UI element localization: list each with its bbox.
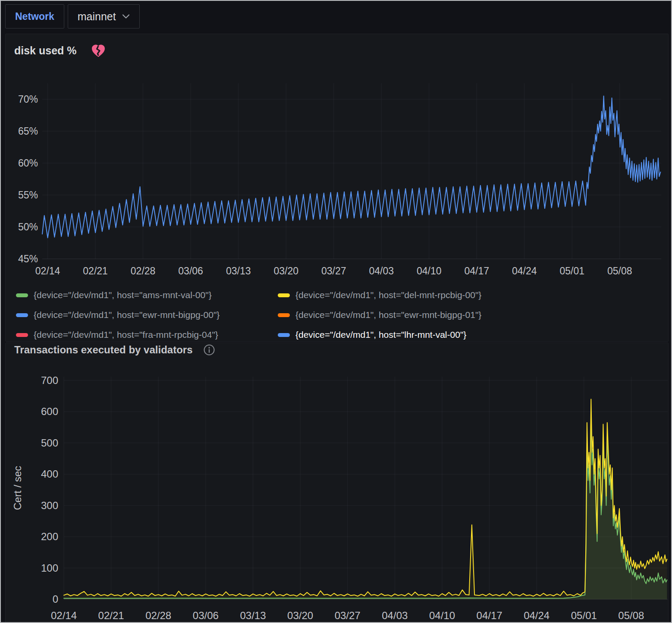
x-tick-label: 04/24 (512, 265, 537, 277)
disk-panel-header: disk used % (14, 44, 106, 58)
x-tick-label: 03/20 (273, 265, 298, 277)
y-axis-label: Cert / sec (12, 466, 23, 510)
tx-panel-header: Transactions executed by validators (14, 344, 215, 356)
y-tick-label: 0 (53, 593, 58, 605)
y-tick-label: 400 (41, 468, 58, 480)
x-tick-label: 05/08 (618, 610, 644, 621)
series-fill-yellow (64, 399, 667, 599)
legend-item[interactable]: {device="/dev/md1", host="del-mnt-rpcbig… (278, 290, 664, 300)
legend-swatch (278, 293, 290, 297)
legend-item[interactable]: {device="/dev/md1", host="ewr-mnt-bigpg-… (278, 310, 664, 320)
x-tick-label: 05/08 (607, 265, 632, 277)
transactions-chart[interactable]: 02/1402/2102/2803/0603/1303/2003/2704/03… (6, 343, 669, 623)
y-tick-label: 700 (41, 374, 58, 386)
x-tick-label: 02/14 (51, 610, 77, 621)
y-tick-label: 50% (18, 221, 38, 233)
dashboard-variables-toolbar: Network mainnet (5, 4, 140, 28)
panel-disk-used: disk used % 02/1402/2102/2803/0603/1303/… (5, 34, 669, 342)
y-tick-label: 65% (18, 126, 38, 137)
x-tick-label: 03/13 (240, 610, 266, 621)
x-tick-label: 03/27 (321, 265, 346, 277)
y-tick-label: 200 (41, 531, 58, 542)
y-tick-label: 100 (41, 562, 58, 574)
x-tick-label: 04/03 (369, 265, 394, 277)
legend-item[interactable]: {device="/dev/md1", host="fra-mnt-rpcbig… (16, 330, 278, 340)
y-tick-label: 55% (18, 189, 38, 201)
series-line-yellow (64, 399, 667, 596)
legend-label: {device="/dev/md1", host="ewr-mnt-bigpg-… (34, 310, 220, 320)
x-tick-label: 02/21 (98, 610, 124, 621)
x-tick-label: 03/13 (226, 265, 251, 277)
disk-panel-title[interactable]: disk used % (14, 44, 77, 57)
panel-transactions: Transactions executed by validators 02/1… (5, 343, 669, 623)
x-tick-label: 05/01 (559, 265, 584, 277)
x-tick-label: 03/27 (335, 610, 361, 621)
legend-label: {device="/dev/md1", host="fra-mnt-rpcbig… (34, 330, 218, 340)
x-tick-label: 03/06 (193, 610, 219, 621)
y-tick-label: 300 (41, 500, 58, 511)
legend-swatch (278, 333, 290, 337)
x-tick-label: 03/20 (287, 610, 313, 621)
series-line-green (64, 412, 667, 598)
tx-panel-title[interactable]: Transactions executed by validators (14, 344, 193, 356)
legend-label: {device="/dev/md1", host="ewr-mnt-bigpg-… (295, 310, 481, 320)
legend-label: {device="/dev/md1", host="ams-mnt-val-00… (34, 290, 212, 300)
x-tick-label: 02/21 (83, 265, 108, 277)
x-tick-label: 02/28 (145, 610, 171, 621)
x-tick-label: 05/01 (571, 610, 597, 621)
chevron-down-icon (122, 14, 130, 19)
legend-item[interactable]: {device="/dev/md1", host="lhr-mnt-val-00… (278, 330, 664, 340)
y-tick-label: 500 (41, 437, 58, 449)
legend-label: {device="/dev/md1", host="lhr-mnt-val-00… (295, 330, 466, 340)
x-tick-label: 02/14 (35, 265, 60, 277)
x-tick-label: 04/10 (429, 610, 455, 621)
y-tick-label: 70% (18, 94, 38, 105)
variable-network-label-box: Network (5, 4, 64, 28)
x-tick-label: 03/06 (178, 265, 203, 277)
info-icon[interactable] (203, 344, 215, 356)
legend-item[interactable]: {device="/dev/md1", host="ams-mnt-val-00… (16, 290, 278, 300)
disk-used-chart[interactable]: 02/1402/2102/2803/0603/1303/2003/2704/03… (6, 34, 669, 284)
legend-swatch (278, 313, 290, 317)
y-tick-label: 600 (41, 406, 58, 417)
network-value: mainnet (78, 10, 116, 23)
series-line-lhr-mnt-val-00 (42, 96, 660, 238)
legend-swatch (16, 333, 28, 337)
x-tick-label: 04/24 (524, 610, 550, 621)
y-tick-label: 60% (18, 157, 38, 169)
network-value-dropdown[interactable]: mainnet (68, 4, 140, 28)
x-tick-label: 04/10 (417, 265, 442, 277)
legend-swatch (16, 313, 28, 317)
legend-item[interactable]: {device="/dev/md1", host="ewr-mnt-bigpg-… (16, 310, 278, 320)
legend-label: {device="/dev/md1", host="del-mnt-rpcbig… (295, 290, 481, 300)
x-tick-label: 04/17 (477, 610, 502, 621)
legend-swatch (16, 293, 28, 297)
broken-heart-icon (91, 44, 106, 58)
x-tick-label: 02/28 (131, 265, 156, 277)
y-tick-label: 45% (18, 253, 38, 264)
disk-chart-legend: {device="/dev/md1", host="ams-mnt-val-00… (16, 285, 664, 345)
variable-network-label: Network (15, 11, 54, 22)
x-tick-label: 04/03 (382, 610, 408, 621)
x-tick-label: 04/17 (464, 265, 489, 277)
